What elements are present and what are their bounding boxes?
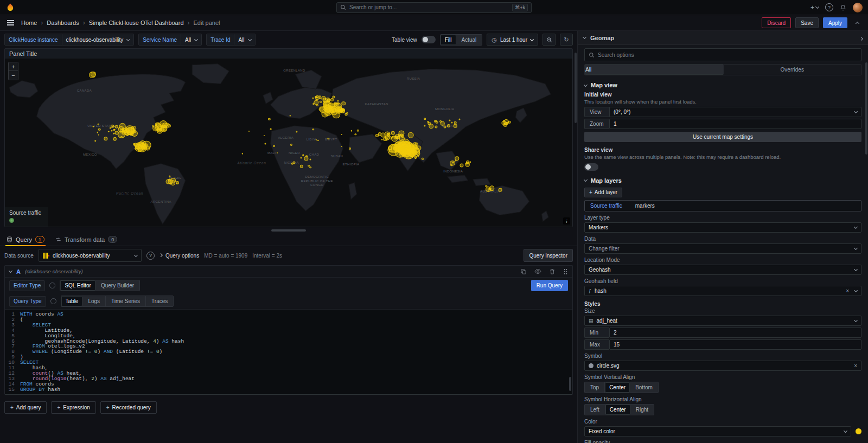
options-tab-overrides[interactable]: Overrides <box>724 65 861 75</box>
tab-transform-data[interactable]: Transform data0 <box>54 233 118 246</box>
refresh-button[interactable]: ↻ <box>560 34 573 46</box>
options-collapse-icon[interactable] <box>583 35 586 39</box>
query-options-toggle[interactable]: Query options <box>159 253 199 259</box>
collapse-query-icon[interactable] <box>9 269 12 273</box>
section-map-layers[interactable]: Map layers <box>584 177 861 184</box>
code-line[interactable]: 11 hash, <box>5 365 572 371</box>
run-query-button[interactable]: Run Query <box>531 280 568 291</box>
expression-button[interactable]: +Expression <box>51 401 95 414</box>
search-input[interactable]: Search or jump to... ⌘+k <box>336 2 532 13</box>
apply-button[interactable]: Apply <box>823 17 847 28</box>
query-type-table[interactable]: Table <box>61 296 83 306</box>
add-layer-button[interactable]: + Add layer <box>584 188 622 197</box>
duplicate-query-icon[interactable] <box>520 268 527 275</box>
share-view-toggle[interactable] <box>584 163 598 171</box>
help-icon[interactable]: ? <box>825 3 833 11</box>
halign-left[interactable]: Left <box>585 405 605 415</box>
code-line[interactable]: 8 WHERE (Longitude != 0) AND (Latitude !… <box>5 349 572 355</box>
add-query-button[interactable]: +Add query <box>4 401 47 414</box>
editor-type-help-icon[interactable] <box>49 283 55 288</box>
breadcrumb-item[interactable]: Home <box>21 20 37 26</box>
map-zoom-in-button[interactable]: + <box>9 62 18 71</box>
zoom-out-time-button[interactable] <box>542 34 556 46</box>
query-type-help-icon[interactable] <box>50 298 56 304</box>
code-line[interactable]: 3 SELECT <box>5 323 572 328</box>
filter-label[interactable]: ClickHouse instance <box>4 34 62 46</box>
code-line[interactable]: 4 Latitude, <box>5 328 572 333</box>
code-line[interactable]: 6 geohashEncode(Longitude, Latitude, 4) … <box>5 339 572 344</box>
query-inspector-button[interactable]: Query inspector <box>524 249 573 262</box>
attribution-info-icon[interactable]: i <box>563 217 570 224</box>
filter-value-dropdown[interactable]: clickhouse-observability <box>62 34 135 46</box>
halign-right[interactable]: Right <box>630 405 654 415</box>
editor-mode-sql-editor[interactable]: SQL Editor <box>60 280 95 291</box>
editor-mode-query-builder[interactable]: Query Builder <box>95 280 139 291</box>
datasource-help-icon[interactable]: ? <box>146 252 155 260</box>
datasource-select[interactable]: clickhouse-observability <box>39 249 142 262</box>
add-menu-button[interactable]: + <box>810 4 819 11</box>
save-button[interactable]: Save <box>795 17 819 28</box>
sql-editor[interactable]: 1WITH coords AS2(3 SELECT4 Latitude,5 Lo… <box>5 309 572 394</box>
code-line[interactable]: 10SELECT <box>5 360 572 365</box>
breadcrumb-item[interactable]: Simple ClickHouse OTel Dashboard <box>89 20 184 26</box>
symbol-select[interactable]: circle.svg × <box>584 361 861 371</box>
query-type-traces[interactable]: Traces <box>146 296 173 306</box>
code-line[interactable]: 13 round(log10(heat), 2) AS adj_heat <box>5 376 572 382</box>
view-select[interactable]: (0°, 0°) <box>609 107 861 117</box>
drag-query-icon[interactable] <box>563 268 568 275</box>
options-scrollbar[interactable] <box>865 62 867 155</box>
layer-name[interactable]: Source traffic <box>585 203 628 209</box>
min-input[interactable]: 2 <box>609 328 861 338</box>
valign-top[interactable]: Top <box>585 382 605 393</box>
map-zoom-out-button[interactable]: − <box>9 71 18 80</box>
options-search-input[interactable]: Search options <box>584 48 861 61</box>
data-filter-select[interactable]: Change filter <box>584 243 861 254</box>
delete-query-icon[interactable] <box>549 268 556 275</box>
filter-value-dropdown[interactable]: All <box>234 34 255 46</box>
use-current-map-settings-button[interactable]: Use current map settings <box>584 132 861 142</box>
editor-scrollbar[interactable] <box>569 377 571 391</box>
time-range-picker[interactable]: ◷ Last 1 hour <box>487 34 538 46</box>
hide-query-icon[interactable] <box>534 268 541 275</box>
code-line[interactable]: 1WITH coords AS <box>5 312 572 317</box>
table-view-toggle[interactable] <box>422 36 436 43</box>
filter-label[interactable]: Service Name <box>138 34 181 46</box>
valign-center[interactable]: Center <box>605 382 630 393</box>
news-bell-icon[interactable] <box>840 4 846 11</box>
section-map-view[interactable]: Map view <box>584 82 861 88</box>
filter-value-dropdown[interactable]: All <box>181 34 202 46</box>
collapse-panel-icon[interactable] <box>852 17 863 28</box>
left-pane-scrollbar[interactable] <box>575 53 577 123</box>
layer-row[interactable]: Source traffic markers <box>584 200 861 211</box>
query-ref-id[interactable]: A <box>16 268 21 275</box>
max-input[interactable]: 15 <box>609 339 861 350</box>
code-line[interactable]: 14FROM coords <box>5 382 572 387</box>
grafana-logo-icon[interactable] <box>5 3 15 12</box>
code-line[interactable]: 2( <box>5 317 572 323</box>
menu-toggle-icon[interactable] <box>5 18 16 27</box>
layer-type-select[interactable]: Markers <box>584 222 861 233</box>
breadcrumb-item[interactable]: Dashboards <box>47 20 79 26</box>
tab-query[interactable]: Query1 <box>5 233 46 246</box>
map-canvas[interactable]: CANADAGREENLANDRUSSIAUNITED STATESMEXICO… <box>5 59 572 227</box>
code-line[interactable]: 9) <box>5 355 572 360</box>
code-line[interactable]: 15GROUP BY hash <box>5 387 572 393</box>
options-tab-all[interactable]: All <box>585 65 724 75</box>
valign-bottom[interactable]: Bottom <box>630 382 658 393</box>
geohash-field-select[interactable]: ƒ hash × <box>584 286 861 296</box>
halign-center[interactable]: Center <box>605 405 630 415</box>
panel-header[interactable]: Panel Title <box>5 49 572 59</box>
user-avatar[interactable] <box>853 3 863 12</box>
clear-symbol-icon[interactable]: × <box>854 363 857 369</box>
recorded-query-button[interactable]: +Recorded query <box>100 401 157 414</box>
size-field-select[interactable]: ▤ adj_heat <box>584 316 861 326</box>
color-select[interactable]: Fixed color <box>584 426 851 436</box>
location-mode-select[interactable]: Geohash <box>584 265 861 275</box>
display-mode-fill[interactable]: Fill <box>441 35 456 45</box>
query-type-time-series[interactable]: Time Series <box>106 296 146 306</box>
display-mode-actual[interactable]: Actual <box>456 35 482 45</box>
query-type-logs[interactable]: Logs <box>82 296 106 306</box>
expand-pane-icon[interactable] <box>860 35 863 41</box>
zoom-input[interactable]: 1 <box>609 119 861 129</box>
color-swatch[interactable] <box>856 428 861 434</box>
